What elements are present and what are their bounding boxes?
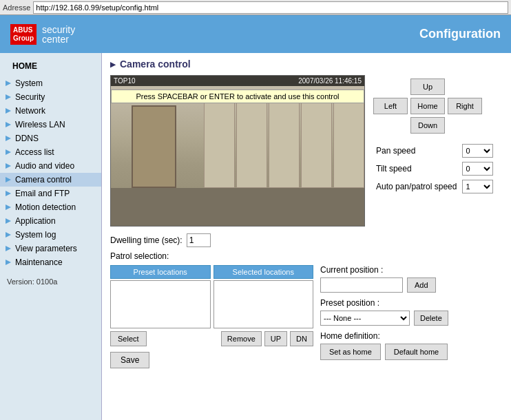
- preset-locations-list[interactable]: [110, 280, 211, 328]
- auto-speed-row: Auto pan/patrol speed 12345: [373, 178, 496, 196]
- tilt-speed-cell: 0123: [459, 160, 496, 178]
- preset-locations-header: Preset locations: [110, 265, 211, 279]
- dn-button[interactable]: DN: [290, 331, 313, 346]
- sidebar-arrow-audiovideo: [4, 162, 12, 170]
- address-input[interactable]: [33, 1, 508, 14]
- sidebar-label-accesslist: Access list: [15, 147, 54, 157]
- svg-marker-13: [6, 260, 11, 265]
- sidebar-label-cameracontrol: Camera control: [15, 175, 72, 185]
- content-area: Camera control: [102, 53, 511, 420]
- selected-locations-list[interactable]: [213, 280, 314, 328]
- add-button[interactable]: Add: [407, 277, 436, 293]
- set-as-home-button[interactable]: Set as home: [320, 344, 381, 360]
- section-title: Camera control: [110, 59, 503, 70]
- sidebar-label-systemlog: System log: [15, 230, 56, 240]
- svg-marker-6: [6, 163, 11, 169]
- sidebar-item-systemlog[interactable]: System log: [0, 228, 101, 242]
- sidebar-label-audiovideo: Audio and video: [15, 161, 74, 171]
- sidebar-item-network[interactable]: Network: [0, 104, 101, 118]
- cabinet-5: [333, 92, 364, 188]
- sidebar-item-wireless[interactable]: Wireless LAN: [0, 118, 101, 132]
- sidebar-label-ddns: DDNS: [15, 134, 39, 143]
- sidebar-item-audiovideo[interactable]: Audio and video: [0, 159, 101, 173]
- cabinet-3: [269, 92, 300, 188]
- sidebar-label-emailftp: Email and FTP: [15, 189, 70, 198]
- current-pos-row: Add: [320, 277, 503, 293]
- ptz-right-button[interactable]: Right: [448, 98, 482, 114]
- preset-pos-row: --- None --- Delete: [320, 311, 503, 326]
- sidebar-item-security[interactable]: Security: [0, 90, 101, 104]
- patrol-buttons-row: Select Remove UP DN: [110, 331, 313, 346]
- pan-speed-cell: 0123: [459, 142, 496, 160]
- sidebar-item-viewparams[interactable]: View parameters: [0, 242, 101, 255]
- sidebar-arrow-motion: [4, 203, 12, 211]
- up-button[interactable]: UP: [264, 331, 287, 346]
- selected-locations-header: Selected locations: [213, 265, 314, 279]
- delete-button[interactable]: Delete: [414, 311, 448, 326]
- sidebar-item-motion[interactable]: Motion detection: [0, 200, 101, 214]
- brand-name: security center: [42, 25, 75, 44]
- select-button[interactable]: Select: [110, 331, 147, 346]
- ptz-up-button[interactable]: Up: [410, 78, 445, 95]
- camera-floor: [111, 188, 364, 226]
- current-pos-label: Current position :: [320, 265, 503, 275]
- camera-area: TOP10 2007/03/26 11:46:15 Press SPACEBAR…: [110, 75, 503, 227]
- cabinet-1: [204, 92, 235, 188]
- svg-marker-10: [6, 218, 11, 224]
- sidebar-item-application[interactable]: Application: [0, 214, 101, 228]
- sidebar-arrow-security: [4, 93, 12, 101]
- cabinet-2: [236, 92, 267, 188]
- main-layout: HOME System Security Network Wireless LA…: [0, 53, 511, 420]
- dwell-label: Dwelling time (sec):: [110, 235, 182, 245]
- sidebar-arrow-emailftp: [4, 189, 12, 198]
- patrol-list-col: Preset locations Selected locations Sele…: [110, 265, 313, 368]
- default-home-button[interactable]: Default home: [385, 344, 448, 360]
- svg-marker-3: [6, 122, 11, 127]
- sidebar-item-cameracontrol[interactable]: Camera control: [0, 173, 101, 187]
- svg-marker-5: [6, 149, 11, 155]
- sidebar-arrow-ddns: [4, 134, 12, 143]
- header-title: Configuration: [419, 27, 501, 41]
- speed-table: Pan speed 0123 Tilt speed 0123: [373, 142, 496, 196]
- save-row: Save: [110, 352, 313, 368]
- pan-speed-row: Pan speed 0123: [373, 142, 496, 160]
- sidebar-arrow-maintenance: [4, 258, 12, 266]
- camera-door: [132, 105, 176, 188]
- svg-marker-1: [6, 94, 11, 100]
- sidebar-label-application: Application: [15, 216, 56, 226]
- ptz-down-button[interactable]: Down: [410, 117, 445, 134]
- sidebar-item-system[interactable]: System: [0, 76, 101, 90]
- tilt-speed-label: Tilt speed: [373, 160, 459, 178]
- sidebar-label-security: Security: [15, 92, 45, 102]
- sidebar-arrow-system: [4, 79, 12, 87]
- pan-speed-label: Pan speed: [373, 142, 459, 160]
- logo-area: ABUS Group security center: [10, 24, 75, 45]
- svg-marker-7: [6, 177, 11, 182]
- remove-button[interactable]: Remove: [221, 331, 262, 346]
- patrol-label: Patrol selection:: [110, 251, 503, 261]
- sidebar-home[interactable]: HOME: [0, 59, 101, 76]
- tilt-speed-select[interactable]: 0123: [462, 162, 493, 176]
- sidebar-item-maintenance[interactable]: Maintenance: [0, 255, 101, 269]
- bottom-controls: Dwelling time (sec): Patrol selection: P…: [110, 233, 503, 368]
- save-button[interactable]: Save: [110, 352, 149, 368]
- sidebar-item-ddns[interactable]: DDNS: [0, 132, 101, 145]
- address-bar: Adresse: [0, 0, 511, 15]
- sidebar-label-maintenance: Maintenance: [15, 258, 63, 267]
- ptz-home-button[interactable]: Home: [410, 98, 445, 114]
- version-text: Version: 0100a: [0, 272, 101, 291]
- current-pos-input[interactable]: [320, 277, 403, 293]
- auto-speed-select[interactable]: 12345: [462, 180, 493, 193]
- sidebar-item-accesslist[interactable]: Access list: [0, 145, 101, 159]
- sidebar-label-system: System: [15, 78, 43, 88]
- ptz-left-button[interactable]: Left: [373, 98, 408, 114]
- dwell-input[interactable]: [187, 233, 211, 247]
- sidebar-item-emailftp[interactable]: Email and FTP: [0, 187, 101, 200]
- sidebar: HOME System Security Network Wireless LA…: [0, 53, 102, 420]
- pan-speed-select[interactable]: 0123: [462, 144, 493, 158]
- camera-tooltip: Press SPACEBAR or ENTER to activate and …: [111, 90, 364, 103]
- preset-pos-select[interactable]: --- None ---: [320, 311, 410, 326]
- home-def-label: Home definition:: [320, 331, 503, 341]
- ptz-controls: Up Left Home Right Down Pan speed: [373, 75, 496, 227]
- camera-feed[interactable]: TOP10 2007/03/26 11:46:15 Press SPACEBAR…: [110, 75, 365, 227]
